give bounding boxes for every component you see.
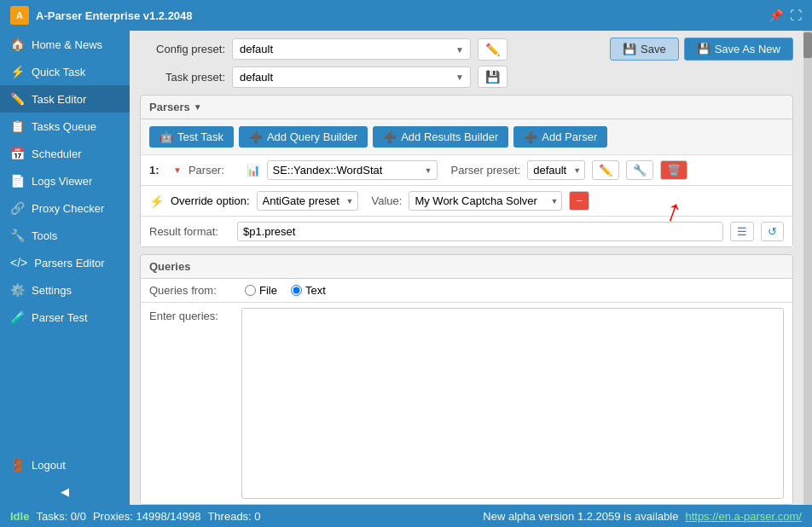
queries-title: Queries [149,260,190,273]
sidebar-item-home-news[interactable]: 🏠 Home & News [0,31,130,58]
save-label: Save [641,43,666,55]
queries-header: Queries [141,255,792,279]
text-radio-label: Text [305,284,326,297]
sidebar-label-tools: Tools [32,229,57,242]
result-format-input[interactable] [237,222,723,241]
file-radio[interactable] [245,285,256,296]
sidebar-item-parsers-editor[interactable]: </> Parsers Editor [0,249,130,276]
sidebar-label-logout: Logout [32,459,66,472]
override-row: ⚡ Override option: AntiGate preset Value… [141,186,792,217]
sidebar-item-tasks-queue[interactable]: 📋 Tasks Queue [0,113,130,140]
queries-from-label: Queries from: [149,284,235,297]
task-preset-select[interactable]: default [232,67,471,88]
test-task-icon: 🤖 [160,130,173,143]
sidebar-label-quick-task: Quick Task [32,66,85,78]
result-reset-button[interactable]: ↺ [761,222,784,241]
parser-label: Parser: [188,164,240,177]
bar-chart-icon: 📊 [246,164,260,177]
config-preset-label: Config preset: [140,43,225,55]
parsers-title: Parsers [149,101,190,113]
override-option-select[interactable]: AntiGate preset [257,191,358,211]
quick-task-icon: ⚡ [10,65,25,78]
scroll-thumb[interactable] [803,32,812,58]
parser-test-icon: 🧪 [10,310,25,324]
sidebar-item-proxy-checker[interactable]: 🔗 Proxy Checker [0,194,130,222]
result-format-label: Result format: [149,225,230,238]
sidebar-label-parser-test: Parser Test [32,311,88,324]
tasks-count: Tasks: 0/0 [36,510,86,523]
update-link[interactable]: https://en.a-parser.com/ [685,510,802,523]
test-task-button[interactable]: 🤖 Test Task [149,126,234,148]
task-preset-label: Task preset: [140,71,225,84]
add-parser-button[interactable]: ➕ Add Parser [513,126,607,148]
logout-icon: 🚪 [10,458,25,472]
pin-icon[interactable]: 📌 [768,9,783,22]
sidebar-item-settings[interactable]: ⚙️ Settings [0,276,130,304]
save-new-button[interactable]: 💾 Save As New [684,38,793,61]
text-radio-option[interactable]: Text [291,284,326,297]
scheduler-icon: 📅 [10,147,25,160]
override-icon: ⚡ [149,194,164,208]
sidebar-label-settings: Settings [32,284,72,297]
enter-queries-label: Enter queries: [149,308,235,322]
sidebar-item-scheduler[interactable]: 📅 Scheduler [0,140,130,167]
tools-icon: 🔧 [10,229,25,242]
queries-radio-group: File Text [245,284,326,297]
sidebar-label-parsers-editor: Parsers Editor [34,257,104,269]
save-button[interactable]: 💾 Save [610,38,679,61]
parser-edit-button[interactable]: ✏️ [592,160,619,180]
sidebar-label-task-editor: Task Editor [32,93,86,106]
save-buttons: 💾 Save 💾 Save As New [610,38,793,61]
enter-queries-row: Enter queries: [141,303,792,504]
statusbar: Idle Tasks: 0/0 Proxies: 14998/14998 Thr… [0,505,812,527]
task-preset-row: Task preset: default 💾 [140,66,793,88]
add-results-builder-button[interactable]: ➕ Add Results Builder [373,126,508,148]
parsers-editor-icon: </> [10,256,27,269]
value-select[interactable]: My Work Captcha Solver [409,191,562,211]
queries-from-row: Queries from: File Text [141,279,792,303]
tasks-queue-icon: 📋 [10,119,25,133]
expand-icon[interactable]: ⛶ [790,9,802,22]
config-edit-button[interactable]: ✏️ [478,38,508,61]
home-icon: 🏠 [10,38,25,51]
scrollbar[interactable] [803,31,812,505]
parser-delete-button[interactable]: 🗑️ [660,160,687,180]
parser-select[interactable]: SE::Yandex::WordStat [267,160,438,180]
value-select-wrapper: My Work Captcha Solver [409,191,562,211]
preset-area: Config preset: default ✏️ 💾 Save 💾 Save … [130,31,803,95]
logs-viewer-icon: 📄 [10,174,25,188]
task-preset-wrapper: default [232,67,471,88]
config-preset-row: Config preset: default ✏️ 💾 Save 💾 Save … [140,38,793,61]
result-menu-button[interactable]: ☰ [730,222,754,241]
sidebar-item-logs-viewer[interactable]: 📄 Logs Viewer [0,167,130,194]
parser-buttons: 🤖 Test Task ➕ Add Query Builder ➕ Add Re… [141,119,792,155]
queries-textarea[interactable] [241,308,784,499]
task-download-button[interactable]: 💾 [478,66,508,88]
override-minus-button[interactable]: − [569,191,589,211]
add-query-builder-button[interactable]: ➕ Add Query Builder [239,126,368,148]
test-task-label: Test Task [177,130,223,143]
config-preset-select[interactable]: default [232,38,471,60]
parser-preset-select[interactable]: default [527,160,585,180]
parsers-chevron-icon: ▼ [194,102,202,112]
parser-dropdown-icon: ▼ [173,165,182,175]
sidebar-label-proxy-checker: Proxy Checker [32,202,104,215]
sidebar-item-quick-task[interactable]: ⚡ Quick Task [0,58,130,85]
app-logo: A [10,6,29,25]
add-query-builder-icon: ➕ [249,130,263,143]
result-format-row: Result format: ☰ ↺ [141,217,792,246]
add-results-builder-label: Add Results Builder [401,130,498,143]
sidebar-item-parser-test[interactable]: 🧪 Parser Test [0,304,130,331]
sidebar-label-home-news: Home & News [32,38,102,51]
task-editor-icon: ✏️ [10,92,25,106]
file-radio-option[interactable]: File [245,284,277,297]
parser-wrench-button[interactable]: 🔧 [626,160,653,180]
proxy-checker-icon: 🔗 [10,201,25,215]
sidebar-item-task-editor[interactable]: ✏️ Task Editor [0,85,130,113]
text-radio[interactable] [291,285,302,296]
sidebar-item-tools[interactable]: 🔧 Tools [0,222,130,249]
add-results-builder-icon: ➕ [383,130,397,143]
sidebar-collapse-arrow[interactable]: ◀ [0,478,130,505]
sidebar-item-logout[interactable]: 🚪 Logout [0,451,130,478]
value-label: Value: [372,194,403,207]
